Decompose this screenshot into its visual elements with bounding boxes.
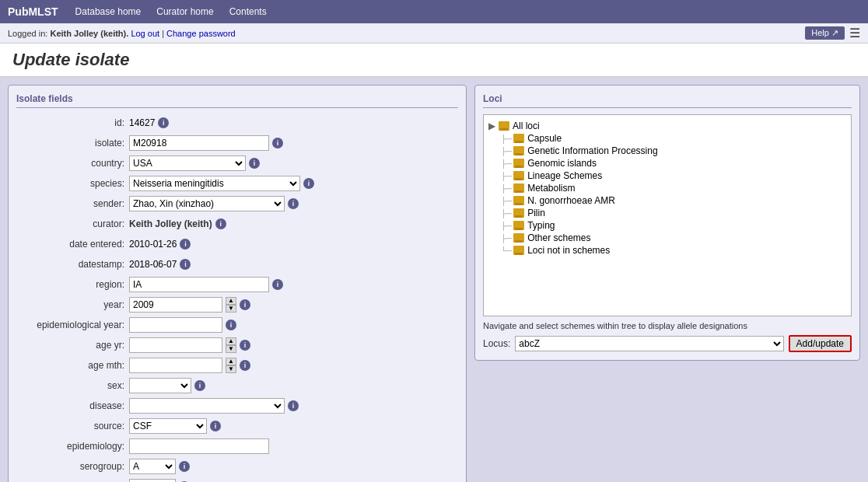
tree-item-capsule[interactable]: ├─ Capsule [488,132,846,145]
folder-icon-metabolism [513,183,524,193]
species-info-icon[interactable]: i [303,178,314,189]
nav-contents[interactable]: Contents [223,3,273,20]
year-label: year: [16,299,129,310]
genogroup-row: genogroup: i [16,478,458,482]
tree-item-metabolism[interactable]: ├─ Metabolism [488,182,846,194]
sex-select[interactable] [129,378,191,393]
epi-year-input[interactable] [129,317,222,333]
tree-expand-icon: ▶ [488,120,495,131]
tree-item-loci-not-in-schemes[interactable]: └─ Loci not in schemes [488,244,846,257]
isolate-fields-title: Isolate fields [16,93,458,108]
date-entered-value: 2010-01-26 i [129,239,458,250]
datestamp-info-icon[interactable]: i [180,259,191,270]
species-value: Neisseria meningitidis i [129,176,458,191]
tree-connector-genomic: ├─ [501,159,512,168]
tree-item-lineage[interactable]: ├─ Lineage Schemes [488,169,846,182]
disease-info-icon[interactable]: i [288,400,299,411]
epi-year-info-icon[interactable]: i [226,320,236,330]
age-yr-info-icon[interactable]: i [240,340,250,351]
genogroup-value: i [129,479,458,482]
id-info-icon[interactable]: i [158,117,169,128]
sex-info-icon[interactable]: i [194,380,205,391]
loci-tree[interactable]: ▶ All loci ├─ Capsule ├─ Genetic Informa… [483,114,852,316]
region-label: region: [16,279,129,290]
id-label: id: [16,117,129,128]
date-entered-text: 2010-01-26 [129,239,177,250]
change-password-link[interactable]: Change password [166,29,236,38]
age-mth-info-icon[interactable]: i [240,360,250,371]
tree-item-genetic-info[interactable]: ├─ Genetic Information Processing [488,145,846,157]
year-down-btn[interactable]: ▼ [226,305,236,313]
species-select[interactable]: Neisseria meningitidis [129,176,300,191]
date-entered-label: date entered: [16,239,129,250]
help-button[interactable]: Help ↗ [805,26,845,40]
age-yr-up-btn[interactable]: ▲ [226,337,236,345]
serogroup-select[interactable]: A [129,459,176,474]
age-mth-input[interactable] [129,358,222,373]
epi-year-row: epidemiological year: i [16,316,458,334]
tree-item-typing[interactable]: ├─ Typing [488,219,846,232]
loci-note: Navigate and select schemes within tree … [483,321,852,330]
curator-info-icon[interactable]: i [215,218,226,229]
folder-icon-other [513,233,524,243]
serogroup-row: serogroup: A i [16,458,458,475]
menu-icon[interactable]: ☰ [849,26,860,40]
age-yr-input[interactable] [129,337,222,353]
tree-connector-typing: ├─ [501,222,512,230]
locus-label: Locus: [483,338,510,349]
isolate-row: isolate: i [16,134,458,152]
sender-label: sender: [16,198,129,209]
loci-panel: Loci ▶ All loci ├─ Capsule ├─ Genetic In… [474,85,860,361]
loci-panel-title: Loci [483,93,852,108]
epidemiology-input[interactable] [129,438,269,454]
isolate-input[interactable] [129,135,269,151]
age-mth-value: ▲ ▼ i [129,358,458,373]
genogroup-select[interactable] [129,479,176,482]
tree-item-all-loci[interactable]: ▶ All loci [488,120,846,132]
date-entered-row: date entered: 2010-01-26 i [16,236,458,253]
source-label: source: [16,421,129,431]
add-update-button[interactable]: Add/update [789,335,852,352]
region-row: region: i [16,276,458,293]
logout-link[interactable]: Log out [131,29,159,38]
species-row: species: Neisseria meningitidis i [16,175,458,192]
tree-item-other[interactable]: ├─ Other schemes [488,232,846,244]
region-info-icon[interactable]: i [272,279,283,290]
disease-label: disease: [16,400,129,411]
datestamp-row: datestamp: 2018-06-07 i [16,256,458,273]
folder-icon-all-loci [499,121,509,131]
header-right-buttons: Help ↗ ☰ [805,26,860,40]
sex-row: sex: i [16,377,458,394]
age-mth-down-btn[interactable]: ▼ [226,365,236,373]
date-entered-info-icon[interactable]: i [180,239,191,250]
nav-curator-home[interactable]: Curator home [150,3,219,20]
country-info-icon[interactable]: i [249,158,260,169]
age-mth-up-btn[interactable]: ▲ [226,358,236,365]
disease-select[interactable] [129,398,285,414]
id-text: 14627 [129,117,155,128]
curator-text: Keith Jolley (keith) [129,218,212,229]
sender-info-icon[interactable]: i [288,198,299,209]
isolate-info-icon[interactable]: i [272,138,283,148]
region-input[interactable] [129,277,269,292]
page-title-bar: Update isolate [0,44,868,77]
source-select[interactable]: CSF [129,418,207,434]
tree-label-ngon: N. gonorrhoeae AMR [527,195,615,206]
year-input[interactable] [129,297,222,313]
sender-select[interactable]: Zhao, Xin (xinzhao) [129,196,285,211]
nav-database-home[interactable]: Database home [69,3,148,20]
country-select[interactable]: USA [129,155,246,171]
year-up-btn[interactable]: ▲ [226,297,236,305]
datestamp-label: datestamp: [16,259,129,270]
tree-item-genomic-islands[interactable]: ├─ Genomic islands [488,157,846,169]
serogroup-info-icon[interactable]: i [179,461,190,472]
source-info-icon[interactable]: i [210,421,221,431]
tree-item-n-gonorrhoeae[interactable]: ├─ N. gonorrhoeae AMR [488,194,846,207]
login-info: Logged in: Keith Jolley (keith). Log out… [8,29,236,38]
age-yr-spinner: ▲ ▼ [226,337,236,353]
age-yr-down-btn[interactable]: ▼ [226,345,236,353]
epi-year-label: epidemiological year: [16,320,129,330]
tree-item-pilin[interactable]: ├─ Pilin [488,207,846,219]
year-info-icon[interactable]: i [240,299,250,310]
locus-select[interactable]: abcZ [515,336,783,351]
